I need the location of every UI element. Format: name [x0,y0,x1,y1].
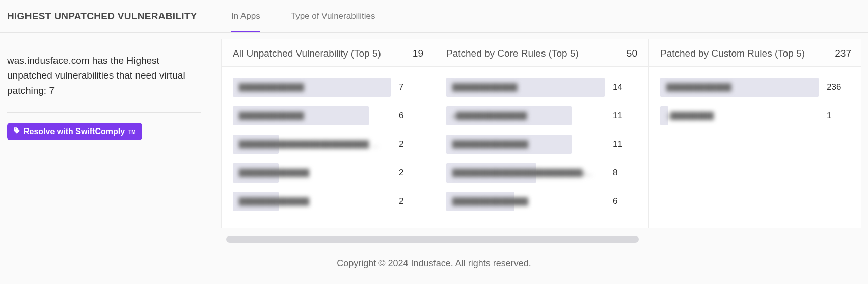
panel-core-rules: Patched by Core Rules (Top 5) 50 ███████… [435,39,649,228]
bar-cell: d█████████████ [446,106,605,125]
tabs: In Apps Type of Vulnerabilities [231,0,375,32]
tab-type-of-vulnerabilities[interactable]: Type of Vulnerabilities [291,0,375,32]
resolve-swiftcomply-button[interactable]: Resolve with SwiftComplyTM [7,123,142,140]
bar-label: ████████████ [666,83,731,92]
page-title: HIGHEST UNPATCHED VULNERABILITY [7,11,231,22]
horizontal-scrollbar[interactable] [226,236,639,243]
panel-custom-rules: Patched by Custom Rules (Top 5) 237 ████… [649,39,861,228]
bar-row[interactable]: ████████████14 [446,73,637,101]
bar-label: █████████████ [239,197,309,206]
tag-icon [13,127,20,136]
summary-text: was.indusface.com has the Highest unpatc… [7,53,201,98]
bar-cell: █████████████ [233,192,391,211]
bar-cell: ██████████████ [446,192,605,211]
bar-label: ██████████████ [452,197,528,206]
panel-title: All Unpatched Vulnerability (Top 5) [233,48,381,59]
bar-value: 11 [613,111,637,121]
bar-row[interactable]: ████████████████████████c...8 [446,159,637,187]
tab-in-apps[interactable]: In Apps [231,0,260,32]
bar-label: ████████████ [239,112,304,120]
bar-cell: ████████████████████████c... [446,163,605,183]
bar-value: 8 [613,168,637,178]
tm-mark: TM [128,129,135,135]
bar-label: 1████████ [666,112,714,120]
panel-total: 19 [413,48,423,59]
bar-label: d█████████████ [452,112,527,120]
bar-value: 11 [613,139,637,149]
bar-label: ██████████████ [452,140,528,149]
bar-label: ████████████ [239,83,304,92]
bar-label: ████████████ [452,83,518,92]
bar-value: 6 [613,196,637,206]
panel-title: Patched by Custom Rules (Top 5) [660,48,805,59]
bar-cell: █████████████ [233,163,391,183]
bar-value: 2 [399,168,423,178]
bar-row[interactable]: ████████████236 [660,73,851,101]
bar-cell: ████████████ [446,78,605,97]
bar-cell: ████████████ [233,78,391,97]
bar-value: 236 [827,82,851,92]
bar-value: 1 [827,111,851,121]
bar-row[interactable]: ██████████████11 [446,130,637,159]
panel-total: 237 [835,48,851,59]
bar-cell: 1████████ [660,106,819,125]
panel-unpatched: All Unpatched Vulnerability (Top 5) 19 █… [221,39,435,228]
bar-value: 6 [399,111,423,121]
bar-value: 14 [613,82,637,92]
bar-row[interactable]: d█████████████11 [446,101,637,130]
bar-cell: ██████████████ [446,135,605,154]
bar-cell: ████████████ [660,78,819,97]
main: All Unpatched Vulnerability (Top 5) 19 █… [221,39,861,243]
bar-value: 2 [399,139,423,149]
footer-copyright: Copyright © 2024 Indusface. All rights r… [0,243,868,279]
bar-row[interactable]: ████████████7 [233,73,423,101]
bar-row[interactable]: ████████████6 [233,101,423,130]
bar-row[interactable]: █████████████2 [233,187,423,216]
bar-row[interactable]: █████████████2 [233,159,423,187]
bar-label: ████████████████████████ c... [239,140,381,149]
divider [7,112,201,113]
bar-value: 7 [399,82,423,92]
bar-label: ████████████████████████c... [452,169,592,177]
bar-row[interactable]: 1████████1 [660,101,851,130]
sidebar: was.indusface.com has the Highest unpatc… [7,39,201,243]
bar-row[interactable]: ████████████████████████ c...2 [233,130,423,159]
resolve-label: Resolve with SwiftComply [23,127,125,136]
panel-total: 50 [627,48,637,59]
bar-label: █████████████ [239,169,309,177]
bar-cell: ████████████ [233,106,391,125]
panel-title: Patched by Core Rules (Top 5) [446,48,579,59]
bar-row[interactable]: ██████████████6 [446,187,637,216]
header: HIGHEST UNPATCHED VULNERABILITY In Apps … [0,0,868,33]
bar-value: 2 [399,196,423,206]
bar-cell: ████████████████████████ c... [233,135,391,154]
